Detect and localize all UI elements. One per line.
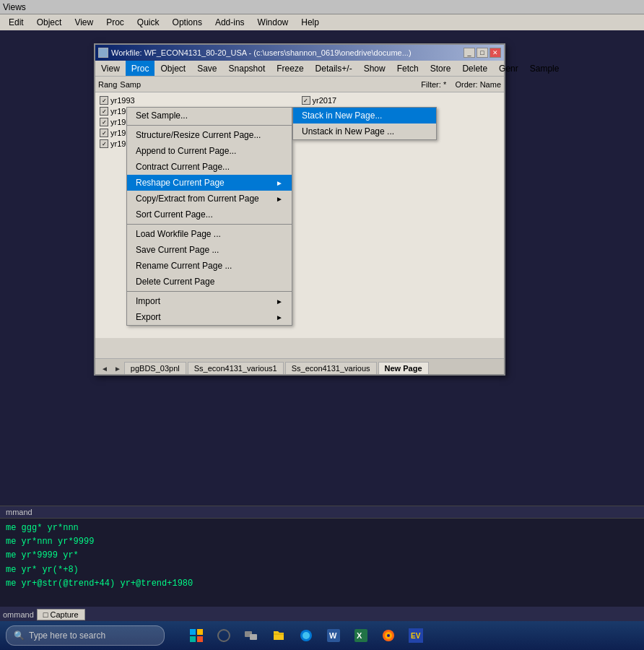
- order-label: Order: Name: [455, 80, 501, 89]
- taskbar-icon-files[interactable]: [267, 624, 290, 647]
- maximize-button[interactable]: □: [477, 48, 488, 58]
- wmenu-snapshot[interactable]: Snapshot: [223, 61, 271, 76]
- submenu-stack-new-page[interactable]: Stack in New Page...: [293, 108, 436, 124]
- command-content: me ggg* yr*nnn me yr*nnn yr*9999 me yr*9…: [0, 519, 644, 594]
- tab-pgbds[interactable]: pgBDS_03pnl: [124, 362, 186, 374]
- menu-contract[interactable]: Contract Current Page...: [127, 159, 292, 175]
- submenu-arrow-import: ►: [276, 298, 283, 306]
- command-label: mmand: [0, 506, 644, 519]
- windows-taskbar: 🔍 Type here to search W X EV: [0, 621, 644, 650]
- svg-rect-0: [190, 629, 196, 635]
- command-line-1: me ggg* yr*nnn: [6, 521, 638, 535]
- taskbar-icon-word[interactable]: W: [322, 624, 345, 647]
- svg-point-15: [387, 634, 390, 637]
- wmenu-view[interactable]: View: [95, 61, 126, 76]
- wmenu-genr[interactable]: Genr: [493, 61, 524, 76]
- wmenu-details[interactable]: Details+/-: [310, 61, 358, 76]
- command-line-2: me yr*nnn yr*9999: [6, 535, 638, 549]
- reshape-submenu: Stack in New Page... Unstack in New Page…: [292, 107, 437, 140]
- capture-icon: □: [43, 610, 48, 619]
- tab-ss-various[interactable]: Ss_econ4131_various: [285, 362, 377, 374]
- list-item[interactable]: ✓ yr1993: [98, 95, 300, 105]
- taskbar-icon-windows[interactable]: [185, 624, 208, 647]
- menu-append[interactable]: Append to Current Page...: [127, 143, 292, 159]
- menu-save-current[interactable]: Save Current Page ...: [127, 242, 292, 258]
- checkbox-icon: ✓: [100, 107, 108, 116]
- tab-new-page[interactable]: New Page: [378, 362, 429, 374]
- wmenu-show[interactable]: Show: [358, 61, 391, 76]
- menu-proc[interactable]: Proc: [100, 16, 130, 29]
- wmenu-fetch[interactable]: Fetch: [391, 61, 425, 76]
- tab-nav-right[interactable]: ►: [111, 363, 124, 374]
- taskbar-icons: W X EV: [185, 624, 427, 647]
- views-label: Views: [3, 2, 26, 12]
- svg-text:EV: EV: [411, 632, 421, 640]
- menu-object[interactable]: Object: [31, 16, 68, 29]
- menu-delete-page[interactable]: Delete Current Page: [127, 274, 292, 290]
- taskbar-icon-firefox[interactable]: [377, 624, 400, 647]
- menu-help[interactable]: Help: [295, 16, 325, 29]
- menu-window[interactable]: Window: [252, 16, 295, 29]
- svg-rect-3: [197, 636, 203, 642]
- tab-ss-various1[interactable]: Ss_econ4131_various1: [188, 362, 284, 374]
- command-area: mmand me ggg* yr*nnn me yr*nnn yr*9999 m…: [0, 506, 644, 607]
- wmenu-save[interactable]: Save: [191, 61, 222, 76]
- menu-copy-extract[interactable]: Copy/Extract from Current Page ►: [127, 191, 292, 207]
- list-item[interactable]: ✓ yr2017: [300, 95, 502, 105]
- menu-set-sample[interactable]: Set Sample...: [127, 108, 292, 124]
- submenu-arrow-reshape: ►: [276, 179, 283, 187]
- search-icon: 🔍: [14, 630, 25, 641]
- menu-load-workfile[interactable]: Load Workfile Page ...: [127, 226, 292, 242]
- svg-text:W: W: [329, 631, 337, 640]
- taskbar-icon-excel[interactable]: X: [349, 624, 373, 647]
- menu-separator-1: [127, 125, 292, 126]
- menu-addins[interactable]: Add-ins: [209, 16, 251, 29]
- submenu-arrow-export: ►: [276, 313, 283, 321]
- menu-structure-resize[interactable]: Structure/Resize Current Page...: [127, 127, 292, 143]
- range-label: Rang: [98, 80, 117, 89]
- wmenu-delete[interactable]: Delete: [456, 61, 493, 76]
- taskbar-icon-cortana2[interactable]: [295, 624, 318, 647]
- checkbox-icon: ✓: [302, 96, 310, 105]
- menu-import[interactable]: Import ►: [127, 293, 292, 309]
- svg-rect-6: [250, 634, 257, 640]
- menu-sort[interactable]: Sort Current Page...: [127, 207, 292, 222]
- checkbox-icon: ✓: [100, 118, 108, 126]
- views-bar: Views: [0, 0, 644, 14]
- wmenu-sample[interactable]: Sample: [524, 61, 565, 76]
- taskbar-icon-taskview[interactable]: [240, 624, 263, 647]
- svg-rect-1: [197, 629, 203, 635]
- capture-button[interactable]: □ Capture: [37, 609, 85, 620]
- menu-quick[interactable]: Quick: [131, 16, 165, 29]
- menu-export[interactable]: Export ►: [127, 309, 292, 325]
- toolbar-left: Rang Samp: [98, 80, 141, 89]
- top-menu-bar: Edit Object View Proc Quick Options Add-…: [0, 14, 644, 30]
- checkbox-icon: ✓: [100, 139, 108, 148]
- minimize-button[interactable]: _: [464, 48, 475, 58]
- menu-edit[interactable]: Edit: [3, 16, 30, 29]
- wmenu-store[interactable]: Store: [425, 61, 457, 76]
- win-search[interactable]: 🔍 Type here to search: [6, 625, 165, 646]
- submenu-unstack-new-page[interactable]: Unstack in New Page ...: [293, 124, 436, 139]
- taskbar-icon-cortana[interactable]: [212, 624, 235, 647]
- workfile-icon: [98, 48, 108, 58]
- wmenu-freeze[interactable]: Freeze: [271, 61, 309, 76]
- window-controls: _ □ ✕: [464, 48, 501, 58]
- window-toolbar: Rang Samp Filter: * Order: Name: [95, 77, 504, 92]
- taskbar-icon-eviews[interactable]: EV: [404, 624, 427, 647]
- menu-options[interactable]: Options: [167, 16, 208, 29]
- window-menubar: View Proc Object Save Snapshot Freeze De…: [95, 61, 504, 77]
- menu-reshape[interactable]: Reshape Current Page ►: [127, 175, 292, 191]
- submenu-arrow-copy: ►: [276, 195, 283, 203]
- menu-rename[interactable]: Rename Current Page ...: [127, 258, 292, 274]
- window-titlebar: Workfile: WF_ECON4131_80-20_USA - (c:\us…: [95, 45, 504, 61]
- wmenu-proc[interactable]: Proc: [126, 61, 155, 76]
- wmenu-object[interactable]: Object: [155, 61, 191, 76]
- menu-view[interactable]: View: [69, 16, 99, 29]
- command-line-5: me yr+@str(@trend+44) yr+@trend+1980: [6, 577, 638, 591]
- close-button[interactable]: ✕: [489, 48, 501, 58]
- checkbox-icon: ✓: [100, 96, 108, 105]
- svg-point-4: [218, 630, 230, 641]
- tab-nav-left[interactable]: ◄: [98, 363, 111, 374]
- search-placeholder: Type here to search: [29, 630, 105, 641]
